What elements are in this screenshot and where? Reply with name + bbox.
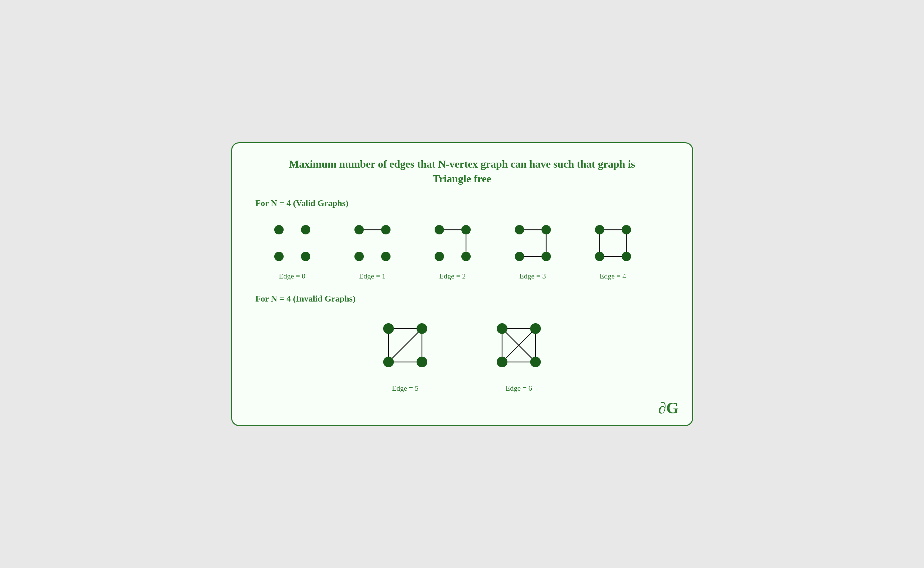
svg-point-46 <box>530 323 541 334</box>
label-edge-3: Edge = 3 <box>519 272 546 281</box>
title-line2: Triangle free <box>433 173 491 185</box>
graph-edge-0: Edge = 0 <box>252 216 333 281</box>
svg-point-1 <box>301 225 310 234</box>
svg-point-36 <box>417 323 427 334</box>
svg-point-3 <box>301 252 310 261</box>
svg-point-35 <box>383 323 394 334</box>
graph-edge-4: Edge = 4 <box>573 216 653 281</box>
graph-edge-6: Edge = 6 <box>462 312 576 393</box>
svg-point-47 <box>497 357 507 367</box>
svg-point-0 <box>274 225 284 234</box>
svg-point-2 <box>274 252 284 261</box>
svg-point-11 <box>435 225 444 234</box>
svg-point-6 <box>381 225 390 234</box>
svg-line-34 <box>389 329 422 362</box>
svg-point-48 <box>530 357 541 367</box>
page-title: Maximum number of edges that N-vertex gr… <box>252 157 672 187</box>
svg-point-5 <box>354 225 364 234</box>
label-edge-5: Edge = 5 <box>392 384 419 393</box>
svg-point-38 <box>417 357 427 367</box>
svg-point-18 <box>515 225 524 234</box>
label-edge-6: Edge = 6 <box>505 384 532 393</box>
svg-point-29 <box>622 252 631 261</box>
section-invalid-title: For N = 4 (Invalid Graphs) <box>256 294 672 304</box>
svg-point-20 <box>515 252 524 261</box>
svg-point-26 <box>595 225 604 234</box>
invalid-graphs-row: Edge = 5 Edge = 6 <box>252 312 672 393</box>
title-line1: Maximum number of edges that N-vertex gr… <box>289 158 635 170</box>
graph-edge-1: Edge = 1 <box>333 216 413 281</box>
graph-edge-2: Edge = 2 <box>413 216 493 281</box>
svg-point-21 <box>541 252 551 261</box>
section-valid-title: For N = 4 (Valid Graphs) <box>256 198 672 208</box>
graph-edge-5: Edge = 5 <box>348 312 462 393</box>
svg-point-8 <box>381 252 390 261</box>
svg-point-19 <box>541 225 551 234</box>
label-edge-0: Edge = 0 <box>279 272 305 281</box>
valid-graphs-row: Edge = 0 Edge = 1 Edge = 2 <box>252 216 672 281</box>
svg-point-27 <box>622 225 631 234</box>
label-edge-2: Edge = 2 <box>439 272 466 281</box>
svg-point-37 <box>383 357 394 367</box>
main-card: Maximum number of edges that N-vertex gr… <box>231 142 693 426</box>
svg-point-13 <box>435 252 444 261</box>
svg-point-7 <box>354 252 364 261</box>
geeksforgeeks-logo: ∂G <box>658 399 679 417</box>
svg-point-45 <box>497 323 507 334</box>
svg-point-14 <box>461 252 471 261</box>
svg-point-28 <box>595 252 604 261</box>
graph-edge-3: Edge = 3 <box>493 216 573 281</box>
svg-point-12 <box>461 225 471 234</box>
label-edge-1: Edge = 1 <box>359 272 386 281</box>
label-edge-4: Edge = 4 <box>600 272 626 281</box>
